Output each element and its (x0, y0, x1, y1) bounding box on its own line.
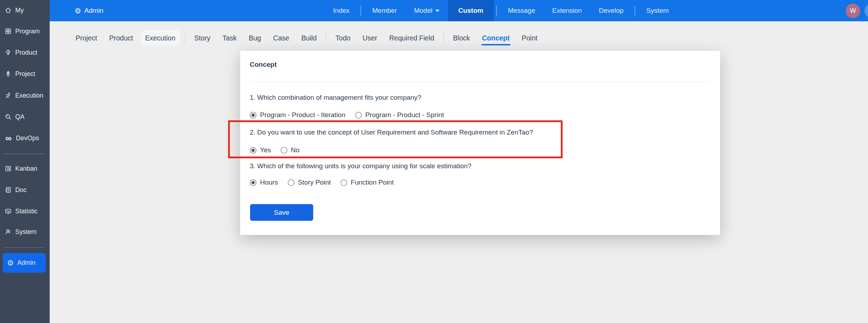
radio-label: Story Point (298, 179, 331, 186)
question-1-text: 1. Which combination of management fits … (250, 94, 421, 102)
sidebar-item-label: System (15, 228, 37, 236)
radio-option-yes[interactable]: Yes (250, 146, 271, 154)
save-button[interactable]: Save (250, 204, 313, 221)
tab-execution[interactable]: Execution (140, 30, 180, 46)
radio-label: Program - Product - Sprint (365, 111, 444, 119)
radio-icon[interactable] (281, 147, 287, 154)
sidebar-item-admin[interactable]: ⚙ Admin (3, 253, 46, 273)
radio-label: Program - Product - Iteration (260, 111, 345, 119)
top-nav-extension[interactable]: Extension (544, 0, 590, 21)
sidebar-item-label: Statistic (15, 208, 38, 215)
tab-task[interactable]: Task (218, 30, 241, 46)
radio-option-function-point[interactable]: Function Point (341, 179, 394, 186)
sidebar: My Program Product Project Execution QA … (0, 0, 50, 323)
chevron-down-icon (435, 10, 439, 12)
question-2-options: Yes No (250, 146, 299, 154)
tab-divider (326, 33, 326, 43)
sidebar-item-label: Doc (15, 186, 27, 194)
radio-icon[interactable] (250, 179, 256, 186)
top-nav-index[interactable]: Index (325, 0, 358, 21)
radio-label: Function Point (351, 179, 394, 186)
radio-label: Yes (260, 146, 271, 154)
top-nav-message[interactable]: Message (499, 0, 544, 21)
sidebar-item-statistic[interactable]: Statistic (0, 204, 50, 218)
grid-icon (5, 28, 12, 35)
top-nav-system[interactable]: System (638, 0, 677, 21)
runner-icon (5, 92, 12, 99)
card-title: Concept (250, 61, 277, 69)
tab-block[interactable]: Block (448, 30, 475, 46)
sidebar-item-label: Execution (15, 92, 43, 99)
sidebar-item-label: Program (15, 28, 40, 35)
tab-project[interactable]: Project (71, 30, 102, 46)
top-nav-model[interactable]: Model (405, 0, 448, 21)
radio-icon[interactable] (250, 112, 256, 119)
tab-divider (443, 33, 444, 43)
sidebar-item-devops[interactable]: ∞ DevOps (0, 131, 50, 145)
sidebar-item-execution[interactable]: Execution (0, 88, 50, 103)
tab-product[interactable]: Product (105, 30, 138, 46)
radio-icon[interactable] (288, 179, 294, 186)
gear-icon: ⚙ (7, 259, 14, 267)
tab-divider (185, 33, 185, 43)
sidebar-item-label: QA (15, 113, 24, 121)
top-nav-develop[interactable]: Develop (590, 0, 632, 21)
app-logo[interactable]: ⚙ Admin (74, 0, 104, 21)
sidebar-divider (4, 247, 45, 248)
infinity-icon: ∞ (5, 135, 12, 142)
sidebar-item-kanban[interactable]: Kanban (0, 162, 50, 176)
sidebar-item-doc[interactable]: Doc (0, 183, 50, 197)
tab-case[interactable]: Case (269, 30, 294, 46)
sidebar-item-label: My (15, 7, 24, 14)
radio-option-program-product-sprint[interactable]: Program - Product - Sprint (355, 111, 444, 119)
radio-option-story-point[interactable]: Story Point (288, 179, 331, 186)
magnifier-icon (5, 113, 12, 120)
radio-icon[interactable] (250, 147, 256, 154)
radio-option-hours[interactable]: Hours (250, 179, 278, 186)
question-3-text: 3. Which of the following units is your … (250, 162, 471, 170)
rocket-icon (5, 70, 12, 77)
tab-story[interactable]: Story (190, 30, 215, 46)
question-2-text: 2. Do you want to use the concept of Use… (250, 128, 533, 136)
kanban-icon (5, 165, 12, 172)
sidebar-item-label: Admin (17, 259, 35, 267)
nav-divider (496, 6, 497, 16)
sidebar-item-system[interactable]: System (0, 225, 50, 239)
sidebar-item-qa[interactable]: QA (0, 110, 50, 124)
sidebar-item-label: Product (15, 49, 37, 56)
nav-divider (635, 6, 635, 16)
app-logo-label: Admin (84, 7, 104, 15)
question-3-options: Hours Story Point Function Point (250, 179, 394, 186)
radio-icon[interactable] (341, 179, 347, 186)
tab-todo[interactable]: Todo (331, 30, 355, 46)
user-icon (5, 228, 12, 235)
tab-point[interactable]: Point (517, 30, 542, 46)
tab-user[interactable]: User (358, 30, 382, 46)
tab-required-field[interactable]: Required Field (385, 30, 439, 46)
radio-option-program-product-iteration[interactable]: Program - Product - Iteration (250, 111, 345, 119)
top-nav-custom[interactable]: Custom (448, 0, 494, 21)
tab-bug[interactable]: Bug (244, 30, 266, 46)
sidebar-item-product[interactable]: Product (0, 45, 50, 60)
app-window: ⚙ Admin Index Member Model Custom Messag… (0, 0, 868, 323)
monitor-icon (5, 208, 12, 215)
tab-build[interactable]: Build (297, 30, 321, 46)
radio-label: No (291, 146, 299, 154)
tab-concept[interactable]: Concept (477, 30, 514, 46)
radio-icon[interactable] (355, 112, 362, 119)
sidebar-item-project[interactable]: Project (0, 67, 50, 81)
nav-divider (360, 6, 361, 16)
avatar-partial (864, 4, 868, 18)
gear-icon: ⚙ (74, 7, 81, 15)
lightbulb-icon (5, 49, 12, 56)
radio-option-no[interactable]: No (281, 146, 299, 154)
notebook-icon (5, 186, 12, 193)
sidebar-item-label: DevOps (16, 135, 39, 142)
sidebar-item-program[interactable]: Program (0, 24, 50, 38)
sidebar-item-label: Kanban (15, 165, 37, 173)
sidebar-item-my[interactable]: My (0, 3, 50, 17)
question-1-options: Program - Product - Iteration Program - … (250, 111, 444, 119)
top-navbar: ⚙ Admin Index Member Model Custom Messag… (50, 0, 868, 21)
top-nav-member[interactable]: Member (364, 0, 405, 21)
avatar[interactable]: W (846, 4, 860, 18)
